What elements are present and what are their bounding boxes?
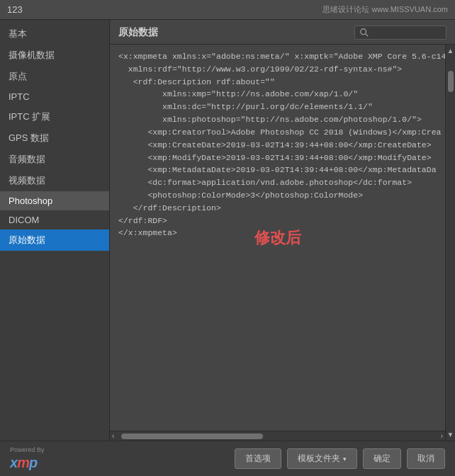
sidebar-item-photoshop[interactable]: Photoshop xyxy=(0,191,109,210)
hscrollbar-track: ‹ › xyxy=(110,431,445,441)
content-area: 原始数据 <x:xmpmeta xmlns:x="adobe:ns:meta/"… xyxy=(110,20,455,441)
powered-by-label: Powered By xyxy=(10,447,45,453)
svg-point-0 xyxy=(361,29,366,35)
vscroll-up-arrow[interactable]: ▲ xyxy=(447,45,454,57)
hscrollbar-thumb[interactable] xyxy=(121,434,263,439)
sidebar-item-dicom[interactable]: DICOM xyxy=(0,210,109,230)
preferences-button[interactable]: 首选项 xyxy=(235,448,281,469)
title-bar: 123 思绪设计论坛 www.MISSVUAN.com xyxy=(0,0,455,20)
content-header: 原始数据 xyxy=(110,20,455,45)
sidebar: 基本摄像机数据原点IPTCIPTC 扩展GPS 数据音频数据视频数据Photos… xyxy=(0,20,110,441)
xml-content-wrapper[interactable]: <x:xmpmeta xmlns:x="adobe:ns:meta/" x:xm… xyxy=(110,45,445,431)
hscroll-left-arrow[interactable]: ‹ xyxy=(112,432,114,440)
template-button[interactable]: 模板文件夹 ▾ xyxy=(287,448,357,469)
bottom-left: Powered By xmp xyxy=(10,447,45,471)
svg-line-1 xyxy=(366,34,369,37)
search-box[interactable] xyxy=(354,26,446,40)
hscroll-right-arrow[interactable]: › xyxy=(441,432,443,440)
vscrollbar: ▲ ▼ xyxy=(445,45,455,441)
sidebar-item-video[interactable]: 视频数据 xyxy=(0,170,109,191)
bottom-buttons: 首选项 模板文件夹 ▾ 确定 取消 xyxy=(235,448,445,469)
confirm-button[interactable]: 确定 xyxy=(363,448,401,469)
powered-by-block: Powered By xmp xyxy=(10,447,45,471)
xml-text: <x:xmpmeta xmlns:x="adobe:ns:meta/" x:xm… xyxy=(118,50,437,239)
template-button-label: 模板文件夹 xyxy=(298,453,340,465)
sidebar-item-iptc-ext[interactable]: IPTC 扩展 xyxy=(0,106,109,128)
window-title: 123 xyxy=(7,4,23,15)
watermark: 思绪设计论坛 www.MISSVUAN.com xyxy=(322,4,448,15)
main-container: 基本摄像机数据原点IPTCIPTC 扩展GPS 数据音频数据视频数据Photos… xyxy=(0,20,455,441)
vscroll-down-arrow[interactable]: ▼ xyxy=(447,429,454,441)
sidebar-item-iptc[interactable]: IPTC xyxy=(0,87,109,106)
sidebar-item-audio[interactable]: 音频数据 xyxy=(0,149,109,170)
template-dropdown-arrow: ▾ xyxy=(343,455,347,463)
vscrollbar-thumb[interactable] xyxy=(448,71,454,92)
content-inner: <x:xmpmeta xmlns:x="adobe:ns:meta/" x:xm… xyxy=(110,45,445,441)
sidebar-item-origin[interactable]: 原点 xyxy=(0,66,109,87)
search-input[interactable] xyxy=(372,28,442,38)
content-title: 原始数据 xyxy=(118,26,158,39)
content-scroll-area: <x:xmpmeta xmlns:x="adobe:ns:meta/" x:xm… xyxy=(110,45,455,441)
cancel-button[interactable]: 取消 xyxy=(407,448,445,469)
xmp-logo: xmp xyxy=(10,455,45,471)
sidebar-item-gps[interactable]: GPS 数据 xyxy=(0,128,109,149)
sidebar-item-raw-data[interactable]: 原始数据 xyxy=(0,230,109,251)
sidebar-item-basic[interactable]: 基本 xyxy=(0,23,109,45)
sidebar-item-camera[interactable]: 摄像机数据 xyxy=(0,45,109,66)
bottom-bar: Powered By xmp 首选项 模板文件夹 ▾ 确定 取消 xyxy=(0,441,455,476)
search-icon xyxy=(359,28,369,38)
